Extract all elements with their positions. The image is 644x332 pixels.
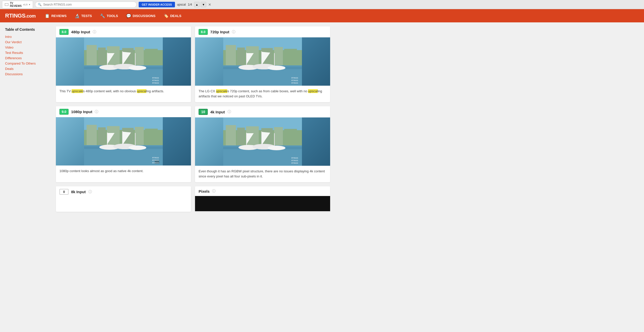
discussions-icon: 💬 — [126, 13, 131, 18]
info-icon-1080p[interactable]: ⓘ — [95, 110, 98, 114]
find-next-button[interactable]: ▼ — [201, 2, 206, 7]
find-prev-button[interactable]: ▲ — [194, 2, 200, 7]
svg-rect-6 — [135, 47, 144, 65]
tools-icon: 🔧 — [100, 13, 105, 18]
svg-rect-45 — [98, 127, 106, 145]
bottom-cards-grid: 0 8k Input ⓘ Pixels ⓘ — [56, 186, 330, 212]
highlight-upscale-1: upscale — [72, 89, 83, 93]
score-badge-4k: 10 — [199, 109, 208, 115]
page-indicator: 1/4 — [188, 3, 192, 6]
highlight-upscal-1: upscal — [137, 89, 147, 93]
boat-scene-4k: RTINGS RTINGS RTINGS — [195, 117, 330, 166]
svg-rect-7 — [145, 49, 158, 65]
svg-rect-71 — [284, 129, 297, 145]
svg-point-57 — [128, 145, 146, 150]
svg-rect-70 — [274, 127, 283, 145]
card-480p: 8.0 480p Input ⓘ — [56, 26, 191, 102]
nav-tests[interactable]: 🔬 TESTS — [71, 9, 96, 22]
card-4k-body: Even though it has an RGBW pixel structu… — [195, 166, 330, 182]
card-480p-title: 480p Input — [71, 30, 90, 34]
card-4k-header: 10 4k Input ⓘ — [195, 106, 330, 117]
svg-point-79 — [268, 146, 285, 150]
card-720p-header: 8.0 720p Input ⓘ — [195, 26, 330, 37]
find-close-button[interactable]: ✕ — [207, 3, 212, 7]
info-icon-8k[interactable]: ⓘ — [88, 190, 92, 194]
svg-text:RTINGS: RTINGS — [292, 82, 298, 84]
toc-title: Table of Contents — [5, 27, 51, 32]
tab-dropdown-arrow[interactable]: ▾ — [29, 3, 30, 6]
toc-item-test-results[interactable]: Test Results — [5, 50, 51, 55]
info-icon-pixels[interactable]: ⓘ — [212, 189, 216, 193]
card-pixels-header: Pixels ⓘ — [195, 186, 330, 196]
svg-rect-2 — [87, 45, 97, 65]
browser-tab[interactable]: TVREVIEWS v1.5 ▾ — [2, 1, 33, 8]
toc-item-verdict[interactable]: Our Verdict — [5, 39, 51, 45]
nav-discussions[interactable]: 💬 DISCUSSIONS — [122, 9, 160, 22]
svg-text:RTINGS: RTINGS — [152, 77, 159, 79]
svg-rect-27 — [274, 47, 283, 65]
toc-item-intro[interactable]: Intro — [5, 34, 51, 39]
find-result-label: upscal — [177, 3, 186, 6]
toc-item-video[interactable]: Video — [5, 45, 51, 50]
boat-scene-1080p: RTINGS RTINGS RTINGS — [56, 117, 191, 165]
score-badge-480p: 8.0 — [59, 29, 69, 35]
toc-item-differences[interactable]: Differences — [5, 55, 51, 61]
svg-text:RTINGS: RTINGS — [152, 159, 159, 161]
card-1080p-title: 1080p Input — [71, 110, 92, 114]
version-badge: v1.5 — [23, 3, 27, 6]
search-icon: 🔍 — [38, 3, 42, 6]
get-insider-button[interactable]: GET INSIDER ACCESS — [139, 2, 175, 7]
nav-tools[interactable]: 🔧 TOOLS — [96, 9, 122, 22]
tv-tab-icon — [5, 3, 8, 6]
card-720p-image: RTINGS RTINGS RTINGS — [195, 37, 330, 86]
info-icon-4k[interactable]: ⓘ — [228, 110, 231, 114]
find-nav-controls: ▲ ▼ ✕ — [194, 2, 212, 7]
nav-reviews[interactable]: 📋 REVIEWS — [41, 9, 71, 22]
reviews-icon: 📋 — [45, 13, 50, 18]
search-input[interactable] — [43, 3, 134, 6]
card-4k: 10 4k Input ⓘ — [195, 106, 330, 182]
browser-bar: TVREVIEWS v1.5 ▾ 🔍 GET INSIDER ACCESS up… — [0, 0, 644, 9]
highlight-upscal-2: upscal — [308, 89, 318, 93]
card-720p-body: The LG CX upscales 720p content, such as… — [195, 86, 330, 102]
tests-icon: 🔬 — [75, 13, 80, 18]
boat-scene-720p: RTINGS RTINGS RTINGS — [195, 37, 330, 86]
pixels-preview — [195, 196, 330, 211]
score-badge-1080p: 9.0 — [59, 109, 69, 115]
svg-rect-66 — [226, 125, 236, 145]
site-logo[interactable]: RTINGS.com — [5, 12, 36, 19]
deals-icon: 🏷️ — [164, 13, 169, 18]
tab-label: TVREVIEWS — [10, 2, 22, 7]
svg-rect-44 — [87, 125, 97, 145]
toc-item-compared[interactable]: Compared To Others — [5, 61, 51, 66]
boat-scene-480p: RTINGS RTINGS RTINGS — [56, 37, 191, 86]
svg-text:RTINGS: RTINGS — [152, 82, 159, 84]
score-badge-720p: 8.0 — [199, 29, 208, 35]
card-480p-header: 8.0 480p Input ⓘ — [56, 26, 191, 37]
svg-rect-48 — [135, 127, 144, 145]
svg-rect-3 — [98, 48, 106, 65]
card-1080p-image: RTINGS RTINGS RTINGS — [56, 117, 191, 165]
nav-deals[interactable]: 🏷️ DEALS — [159, 9, 185, 22]
toc-item-discussions[interactable]: Discussions — [5, 71, 51, 77]
card-pixels-title: Pixels — [199, 189, 210, 193]
svg-text:RTINGS: RTINGS — [152, 157, 159, 159]
svg-rect-24 — [237, 48, 245, 65]
card-480p-body: This TV upscales 480p content well, with… — [56, 86, 191, 97]
svg-rect-23 — [226, 45, 236, 65]
site-navigation: RTINGS.com 📋 REVIEWS 🔬 TESTS 🔧 TOOLS 💬 D… — [0, 9, 644, 22]
svg-text:RTINGS: RTINGS — [292, 160, 298, 161]
card-8k-title: 8k Input — [71, 190, 86, 194]
info-icon-480p[interactable]: ⓘ — [93, 30, 96, 34]
middle-cards-grid: 9.0 1080p Input ⓘ — [56, 106, 330, 182]
info-icon-720p[interactable]: ⓘ — [232, 30, 235, 34]
card-480p-image: RTINGS RTINGS RTINGS — [56, 37, 191, 86]
svg-rect-28 — [284, 49, 297, 65]
card-720p: 8.0 720p Input ⓘ — [195, 26, 330, 102]
svg-text:RTINGS: RTINGS — [152, 162, 159, 164]
svg-text:RTINGS: RTINGS — [292, 77, 298, 79]
card-8k: 0 8k Input ⓘ — [56, 186, 191, 212]
toc-item-deals[interactable]: Deals — [5, 66, 51, 71]
search-bar[interactable]: 🔍 — [35, 2, 137, 8]
nav-items: 📋 REVIEWS 🔬 TESTS 🔧 TOOLS 💬 DISCUSSIONS … — [41, 9, 185, 22]
